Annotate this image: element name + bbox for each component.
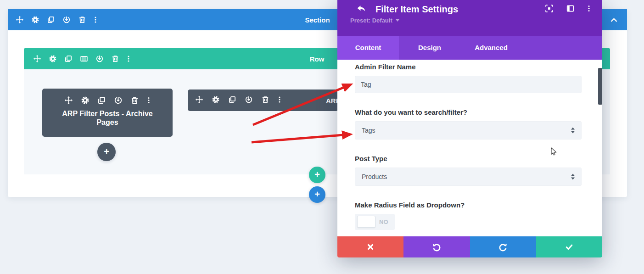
trash-icon[interactable] [112, 55, 119, 62]
gear-icon[interactable] [81, 96, 89, 106]
field-label-radius-dropdown: Make Radius Field as Dropdown? [355, 201, 582, 209]
preset-selector[interactable]: Preset: Default [337, 17, 602, 24]
split-view-icon[interactable] [566, 5, 574, 14]
select-arrows-icon [571, 174, 575, 180]
select-arrows-icon [571, 128, 575, 134]
more-dots-icon[interactable] [278, 96, 281, 105]
preset-label: Preset: Default [350, 17, 392, 24]
radius-dropdown-toggle[interactable]: NO [355, 214, 395, 230]
select-value: Tags [362, 127, 375, 134]
tab-advanced[interactable]: Advanced [460, 36, 522, 60]
toggle-state-label: NO [379, 214, 388, 230]
redo-button[interactable] [470, 236, 536, 257]
more-dots-icon[interactable] [127, 55, 130, 62]
tab-design[interactable]: Design [399, 36, 460, 60]
columns-icon[interactable] [80, 55, 88, 62]
modal-footer [337, 236, 602, 257]
gear-icon[interactable] [32, 16, 39, 23]
move-icon[interactable] [196, 96, 203, 105]
move-icon[interactable] [65, 96, 73, 106]
plus-icon: + [314, 190, 320, 199]
trash-icon[interactable] [131, 96, 139, 106]
more-dots-icon[interactable] [588, 5, 590, 14]
duplicate-icon[interactable] [65, 55, 72, 62]
caret-down-icon [396, 19, 399, 22]
filter-item-settings-modal: Filter Item Settings Preset: Default Con… [337, 0, 602, 257]
module-arp-filter-posts-2[interactable]: ARP Filter Posts - Archive Pages [188, 89, 338, 111]
add-module-button[interactable]: + [97, 143, 116, 161]
save-to-library-icon[interactable] [96, 55, 103, 62]
plus-icon: + [104, 147, 109, 156]
post-type-select[interactable]: Products [355, 168, 582, 186]
duplicate-icon[interactable] [229, 96, 236, 105]
discard-button[interactable] [337, 236, 403, 257]
save-to-library-icon[interactable] [245, 96, 252, 105]
modal-tab-bar: Content Design Advanced [337, 36, 602, 60]
duplicate-icon[interactable] [98, 96, 106, 106]
gear-icon[interactable] [49, 55, 56, 62]
module-name: ARP Filter Posts - Archive Pages [42, 109, 173, 127]
trash-icon[interactable] [262, 96, 269, 105]
move-icon[interactable] [16, 16, 23, 23]
field-label-post-type: Post Type [355, 155, 582, 162]
module-arp-filter-posts-1[interactable]: ARP Filter Posts - Archive Pages [42, 89, 173, 137]
duplicate-icon[interactable] [47, 16, 55, 23]
save-button[interactable] [536, 236, 602, 257]
field-label-search-filter: What do you want to search/filter? [355, 108, 582, 116]
modal-title: Filter Item Settings [375, 4, 458, 15]
add-row-button[interactable]: + [309, 167, 325, 183]
select-value: Products [362, 173, 387, 180]
more-dots-icon[interactable] [94, 16, 97, 23]
admin-filter-name-input[interactable] [355, 76, 582, 93]
collapse-chevron-up-icon[interactable] [610, 16, 618, 24]
move-icon[interactable] [34, 55, 41, 62]
trash-icon[interactable] [78, 16, 86, 23]
add-section-button[interactable]: + [309, 186, 325, 203]
search-filter-select[interactable]: Tags [355, 121, 582, 140]
more-dots-icon[interactable] [147, 96, 150, 106]
modal-body: Admin Filter Name What do you want to se… [337, 60, 602, 236]
divi-builder-screen: Section Row ARP Filter Posts - Archive P… [0, 0, 644, 274]
back-icon[interactable] [357, 5, 366, 14]
field-label-admin-filter-name: Admin Filter Name [355, 63, 582, 71]
tab-content[interactable]: Content [337, 36, 399, 60]
plus-icon: + [314, 170, 320, 179]
save-to-library-icon[interactable] [114, 96, 122, 106]
toggle-knob [357, 216, 375, 228]
save-to-library-icon[interactable] [63, 16, 70, 23]
undo-button[interactable] [403, 236, 470, 257]
focus-mode-icon[interactable] [545, 5, 553, 14]
gear-icon[interactable] [212, 96, 219, 105]
modal-header: Filter Item Settings Preset: Default [337, 0, 602, 36]
module-name: ARP Filter Posts - Archive Pages [326, 96, 338, 104]
modal-scrollbar[interactable] [598, 68, 602, 105]
